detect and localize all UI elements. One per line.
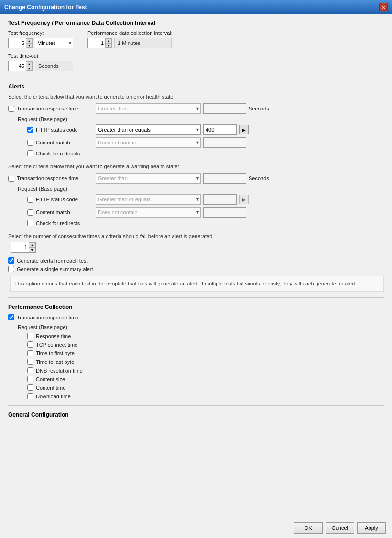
generate-each-label: Generate alerts from each test (17, 258, 88, 264)
consecutive-down[interactable]: ▼ (29, 247, 35, 252)
consecutive-desc: Select the number of consecutive times a… (8, 233, 384, 239)
apply-button[interactable]: Apply (357, 522, 386, 534)
alerts-title: Alerts (8, 83, 384, 90)
perf-response-time-checkbox[interactable] (27, 333, 33, 339)
error-content-match-value[interactable] (203, 137, 246, 148)
error-transaction-rt-select[interactable]: Greater than Greater than or equals (96, 103, 201, 114)
warn-content-match-checkbox[interactable] (27, 209, 33, 216)
test-timeout-down[interactable]: ▼ (26, 66, 33, 71)
generate-each-checkbox[interactable] (8, 257, 14, 264)
warn-http-status-play-btn[interactable]: ▶ (239, 195, 249, 204)
warn-check-redirects-checkbox[interactable] (27, 220, 33, 226)
warn-http-status-dropdown-wrap: Greater than or equals Greater than ▼ (96, 194, 201, 205)
perf-download-time-row: Download time (27, 393, 384, 399)
dialog-title: Change Configuration for Test (4, 4, 87, 11)
perf-time-first-byte-row: Time to first byte (27, 350, 384, 356)
warn-http-status-label: HTTP status code (36, 197, 93, 202)
freq-section: Test Frequency / Performance Data Collec… (8, 20, 384, 71)
error-content-match-row: Content match Does not contain Contains … (27, 137, 384, 148)
consecutive-input[interactable] (11, 242, 29, 252)
error-content-match-label: Content match (36, 140, 93, 145)
perf-tcp-connect-checkbox[interactable] (27, 341, 33, 348)
warn-transaction-rt-value[interactable] (203, 173, 246, 184)
perf-interval-up[interactable]: ▲ (105, 38, 112, 43)
perf-time-first-byte-checkbox[interactable] (27, 350, 33, 356)
test-frequency-group: Test frequency: ▲ ▼ Minutes (8, 30, 73, 48)
test-timeout-spinner-btns: ▲ ▼ (26, 61, 33, 71)
perf-tcp-connect-label: TCP connect time (36, 342, 77, 348)
perf-tcp-connect-row: TCP connect time (27, 341, 384, 348)
consecutive-spinner-btns: ▲ ▼ (29, 242, 35, 252)
perf-request-base-label: Request (Base page): (18, 324, 384, 330)
warn-content-match-value[interactable] (203, 207, 246, 218)
error-transaction-rt-value[interactable] (203, 103, 246, 114)
perf-request-base-group: Request (Base page): Response time TCP c… (18, 324, 384, 399)
perf-time-last-byte-row: Time to last byte (27, 359, 384, 365)
warn-transaction-rt-dropdown-wrap: Greater than Greater than or equals ▼ (96, 173, 201, 184)
warn-transaction-rt-select[interactable]: Greater than Greater than or equals (96, 173, 201, 184)
error-request-base-label: Request (Base page): (18, 116, 384, 122)
warn-http-status-checkbox[interactable] (27, 197, 33, 203)
close-button[interactable]: ✕ (379, 3, 388, 11)
ok-button[interactable]: OK (294, 522, 323, 534)
error-http-status-label: HTTP status code (36, 127, 93, 132)
perf-download-time-checkbox[interactable] (27, 393, 33, 399)
cancel-button[interactable]: Cancel (326, 522, 354, 534)
warn-transaction-rt-label: Transaction response time (17, 176, 93, 181)
perf-interval-spinner[interactable]: ▲ ▼ (87, 38, 112, 48)
perf-dns-resolution-row: DNS resolution time (27, 367, 384, 373)
error-check-redirects-label: Check for redirects (36, 151, 80, 156)
perf-transaction-rt-row: Transaction response time (8, 314, 384, 320)
perf-response-time-label: Response time (36, 333, 71, 339)
warn-check-redirects-row: Check for redirects (27, 220, 384, 226)
perf-interval-down[interactable]: ▼ (105, 43, 112, 48)
perf-content-time-checkbox[interactable] (27, 384, 33, 391)
warn-http-status-row: HTTP status code Greater than or equals … (27, 194, 384, 205)
test-frequency-unit-select[interactable]: Minutes Hours (35, 38, 73, 48)
perf-content-size-checkbox[interactable] (27, 376, 33, 382)
freq-section-title: Test Frequency / Performance Data Collec… (8, 20, 384, 26)
warn-transaction-rt-checkbox[interactable] (8, 176, 14, 182)
generate-summary-label: Generate a single summary alert (17, 266, 93, 272)
perf-transaction-rt-label: Transaction response time (17, 315, 78, 320)
warn-http-status-select[interactable]: Greater than or equals Greater than (96, 194, 201, 205)
error-check-redirects-checkbox[interactable] (27, 150, 33, 156)
warn-check-redirects-label: Check for redirects (36, 220, 80, 226)
dialog-content: Test Frequency / Performance Data Collec… (0, 14, 392, 518)
error-transaction-rt-row: Transaction response time Greater than G… (8, 103, 384, 114)
perf-content-size-row: Content size (27, 376, 384, 382)
test-frequency-label: Test frequency: (8, 30, 73, 36)
warn-http-status-value[interactable] (203, 194, 237, 205)
error-transaction-rt-unit: Seconds (249, 106, 269, 111)
warn-content-match-select[interactable]: Does not contain Contains (96, 207, 201, 218)
perf-time-last-byte-checkbox[interactable] (27, 359, 33, 365)
error-http-status-select[interactable]: Greater than or equals Greater than Less… (96, 124, 201, 135)
consecutive-spinner[interactable]: ▲ ▼ (11, 242, 36, 253)
generate-summary-checkbox[interactable] (8, 266, 14, 272)
test-frequency-spinner[interactable]: ▲ ▼ (8, 38, 33, 48)
test-frequency-up[interactable]: ▲ (26, 38, 33, 43)
test-timeout-input[interactable] (9, 61, 26, 71)
error-content-match-select[interactable]: Does not contain Contains (96, 137, 201, 148)
perf-interval-group: Performance data collection interval: ▲ … (87, 30, 173, 48)
error-http-status-play-btn[interactable]: ▶ (239, 125, 249, 134)
test-timeout-spinner[interactable]: ▲ ▼ (8, 61, 33, 71)
perf-interval-input[interactable] (88, 38, 105, 48)
perf-transaction-rt-checkbox[interactable] (8, 314, 14, 320)
general-config-title: General Configuration (8, 411, 384, 418)
warn-transaction-rt-row: Transaction response time Greater than G… (8, 173, 384, 184)
consecutive-up[interactable]: ▲ (29, 242, 35, 247)
perf-dns-resolution-checkbox[interactable] (27, 367, 33, 373)
error-http-status-value[interactable] (203, 124, 237, 135)
error-content-match-checkbox[interactable] (27, 140, 33, 146)
warn-request-base-group: Request (Base page): HTTP status code Gr… (18, 186, 384, 226)
generate-each-row: Generate alerts from each test (8, 257, 384, 264)
perf-collection-section: Performance Collection Transaction respo… (8, 304, 384, 399)
test-frequency-input[interactable] (9, 38, 26, 48)
test-frequency-unit-wrap: Minutes Hours ▼ (35, 38, 73, 48)
error-transaction-rt-checkbox[interactable] (8, 106, 14, 112)
error-http-status-checkbox[interactable] (27, 127, 33, 133)
test-frequency-spinner-btns: ▲ ▼ (26, 38, 33, 48)
test-frequency-down[interactable]: ▼ (26, 43, 33, 48)
test-timeout-up[interactable]: ▲ (26, 61, 33, 66)
